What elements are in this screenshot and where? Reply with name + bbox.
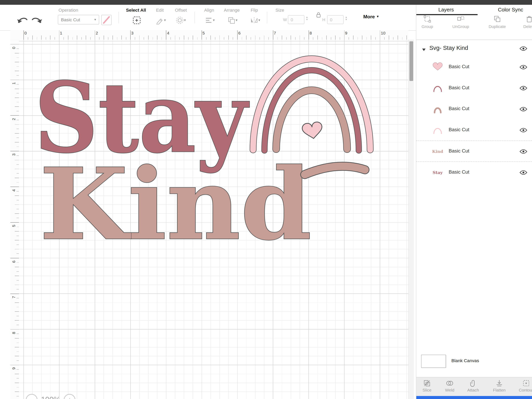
visibility-toggle[interactable] — [519, 107, 527, 112]
visibility-toggle[interactable] — [519, 128, 527, 133]
layer-row[interactable]: Kind Basic Cut — [416, 140, 532, 162]
layer-row[interactable]: Basic Cut — [416, 119, 532, 140]
ruler-number: 8 — [310, 31, 312, 35]
chevron-down-icon: ▾ — [259, 19, 260, 22]
stepper-down-icon: ▼ — [345, 19, 347, 20]
ruler-number: 10 — [381, 31, 385, 35]
ruler-number: 7 — [12, 294, 16, 300]
layer-row[interactable]: Stay Basic Cut — [416, 162, 532, 183]
expand-triangle-icon[interactable] — [422, 48, 426, 51]
tab-color-sync[interactable]: Color Sync — [498, 6, 523, 13]
align-menu-button[interactable]: ▾ — [203, 16, 217, 25]
arrange-icon — [227, 16, 236, 25]
design-canvas[interactable]: Stay Kind — [19, 40, 409, 399]
layer-thumbnail-arch-pink — [431, 124, 444, 136]
panel-divider — [416, 40, 532, 40]
more-label: More — [363, 14, 375, 19]
more-button[interactable]: More ▼ — [363, 14, 379, 19]
ruler-number: 0 — [12, 45, 16, 51]
horizontal-ruler: 0 1 2 3 4 5 6 7 8 9 10 — [10, 30, 408, 40]
app-window: Operation Basic Cut ▾ Select All Edit — [0, 0, 532, 399]
flip-label: Flip — [251, 7, 258, 13]
layer-group-header[interactable]: Svg- Stay Kind — [416, 42, 532, 56]
eye-icon — [519, 170, 527, 175]
flip-icon — [250, 16, 259, 25]
ruler-number: 4 — [12, 188, 16, 193]
offset-menu-button[interactable]: ▾ — [174, 16, 188, 25]
width-value: 0 — [291, 17, 293, 22]
zoom-in-button[interactable]: + — [64, 394, 76, 399]
arrange-menu-button[interactable]: ▾ — [225, 16, 240, 25]
contour-icon — [522, 380, 530, 387]
color-swatch[interactable] — [101, 15, 112, 25]
duplicate-button[interactable]: Duplicate — [485, 15, 510, 29]
ruler-number: 7 — [274, 31, 276, 35]
layer-row[interactable]: Basic Cut — [416, 77, 532, 99]
width-input[interactable]: 0 — [288, 15, 304, 24]
ruler-number: 5 — [203, 31, 205, 35]
svg-text:Stay: Stay — [433, 170, 443, 175]
undo-button[interactable] — [16, 14, 28, 25]
toolbar-divider — [118, 12, 119, 23]
make-it-bar[interactable] — [416, 396, 532, 399]
ruler-number: 2 — [96, 31, 98, 35]
panel-bottom-bar: Slice Weld Attach Flatten — [416, 377, 532, 396]
zoom-out-button[interactable]: − — [26, 394, 38, 399]
delete-button[interactable]: Delete — [517, 15, 532, 29]
layer-row[interactable]: Basic Cut — [416, 99, 532, 120]
operation-dropdown[interactable]: Basic Cut ▾ — [58, 15, 99, 25]
eye-icon — [519, 128, 527, 133]
blank-canvas-row[interactable]: Blank Canvas — [416, 353, 532, 369]
attach-button[interactable]: Attach — [462, 380, 484, 393]
canvas-scrollbar[interactable] — [408, 40, 414, 399]
kind-text-shape[interactable]: Kind — [40, 146, 312, 262]
visibility-toggle[interactable] — [519, 149, 527, 154]
visibility-toggle[interactable] — [519, 86, 527, 90]
edit-pencil-icon — [156, 16, 164, 25]
edit-menu-button[interactable]: ▾ — [153, 16, 168, 25]
edit-toolbar: Operation Basic Cut ▾ Select All Edit — [0, 5, 416, 31]
heart-shape[interactable] — [302, 121, 323, 140]
eye-icon — [519, 107, 527, 112]
visibility-toggle[interactable] — [519, 170, 527, 175]
visibility-toggle[interactable] — [519, 65, 527, 70]
group-button[interactable]: Group — [416, 15, 440, 29]
chevron-down-icon: ▾ — [94, 18, 96, 21]
flatten-button[interactable]: Flatten — [489, 380, 510, 393]
ungroup-button[interactable]: UnGroup — [448, 15, 473, 29]
align-icon — [205, 16, 213, 25]
layer-thumbnail-heart — [431, 61, 444, 73]
kind-swash[interactable] — [305, 166, 365, 175]
layers-panel: Layers Color Sync Group UnGroup — [416, 5, 532, 399]
ruler-number: 6 — [238, 31, 241, 35]
rainbow-graphic[interactable] — [253, 59, 370, 151]
offset-icon — [176, 16, 184, 25]
redo-button[interactable] — [31, 14, 43, 25]
canvas-artwork[interactable]: Stay Kind — [19, 40, 408, 399]
height-stepper[interactable]: ▲ ▼ — [345, 16, 347, 21]
select-all-label: Select All — [126, 7, 146, 13]
slice-button[interactable]: Slice — [416, 380, 438, 393]
visibility-toggle[interactable] — [519, 46, 527, 51]
scrollbar-thumb[interactable] — [409, 41, 413, 81]
flip-menu-button[interactable]: ▾ — [248, 16, 262, 25]
height-input[interactable]: 0 — [327, 15, 344, 24]
tab-layers[interactable]: Layers — [438, 6, 454, 13]
ruler-number: 0 — [25, 31, 27, 35]
select-all-button[interactable] — [132, 16, 141, 25]
weld-icon — [446, 380, 453, 387]
blank-canvas-swatch[interactable] — [421, 355, 446, 368]
layer-thumbnail-stay-text: Stay — [431, 166, 444, 178]
lock-ratio-button[interactable] — [316, 12, 321, 18]
chevron-down-icon: ▾ — [164, 19, 166, 22]
offset-label: Offset — [175, 7, 187, 13]
chevron-down-icon: ▾ — [213, 19, 215, 22]
ruler-number: 3 — [131, 31, 133, 35]
weld-button[interactable]: Weld — [439, 380, 460, 393]
layer-row[interactable]: Basic Cut — [416, 57, 532, 78]
group-icon — [424, 15, 431, 23]
rainbow-arch-inner-tan[interactable] — [276, 90, 347, 149]
width-stepper[interactable]: ▲ ▼ — [306, 16, 308, 21]
chevron-down-icon: ▼ — [376, 15, 379, 18]
contour-button[interactable]: Contour — [515, 380, 532, 393]
